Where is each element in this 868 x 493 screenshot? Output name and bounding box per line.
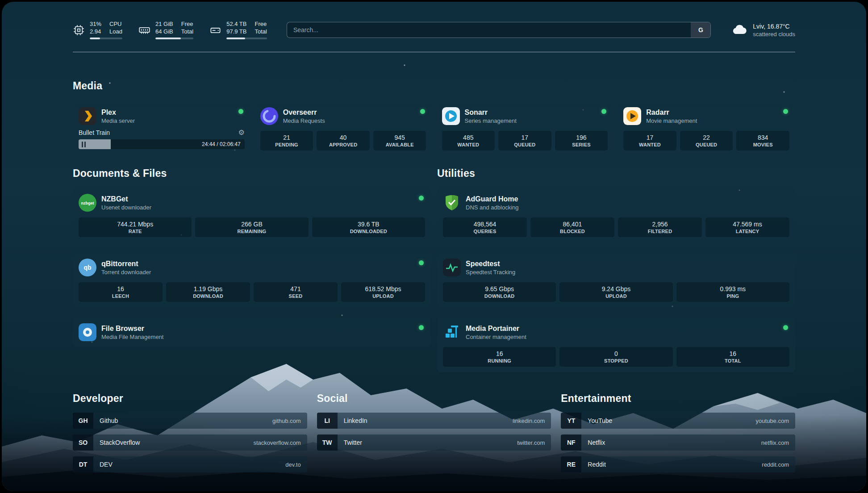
radarr-icon bbox=[623, 107, 641, 125]
service-name: Media Portainer bbox=[466, 325, 526, 333]
service-titles: Media Portainer Container management bbox=[466, 325, 526, 340]
service-titles: File Browser Media File Management bbox=[101, 325, 163, 340]
bookmark-domain: twitter.com bbox=[517, 439, 545, 446]
service-stats: 498,564 QUERIES 86,401 BLOCKED 2,956 FIL… bbox=[443, 217, 789, 237]
weather-text: Lviv, 16.87°C scattered clouds bbox=[753, 23, 795, 38]
service-card-plex[interactable]: Plex Media server Bullet Train ⚙ 24:44 /… bbox=[73, 102, 250, 156]
pause-icon[interactable] bbox=[82, 142, 86, 147]
bookmark-domain: linkedin.com bbox=[513, 418, 545, 424]
media-cards: Plex Media server Bullet Train ⚙ 24:44 /… bbox=[73, 102, 795, 156]
memory-progress-bar bbox=[155, 38, 193, 39]
service-card-nzbget[interactable]: nzbget NZBGet Usenet downloader 744.21 M… bbox=[73, 188, 431, 242]
bookmark-domain: reddit.com bbox=[762, 461, 789, 468]
bookmark-name: YouTube bbox=[588, 417, 755, 424]
service-name: Speedtest bbox=[466, 260, 515, 268]
service-description: Container management bbox=[466, 334, 526, 340]
disk-widget: 52.4 TB 97.9 TB Free Total bbox=[209, 21, 267, 40]
status-dot bbox=[783, 325, 788, 330]
nzbget-icon: nzbget bbox=[79, 194, 96, 212]
service-titles: Radarr Movie management bbox=[646, 109, 697, 124]
bookmark-linkedin[interactable]: LI LinkedIn linkedin.com bbox=[317, 413, 551, 429]
search-provider-button[interactable]: G bbox=[691, 22, 710, 38]
service-header: AdGuard Home DNS and adblocking bbox=[443, 194, 789, 212]
service-description: Torrent downloader bbox=[101, 269, 151, 276]
stat-download: 9.65 Gbps DOWNLOAD bbox=[443, 282, 556, 302]
search-input[interactable] bbox=[287, 22, 691, 38]
service-card-portainer[interactable]: Media Portainer Container management 16 … bbox=[437, 318, 795, 372]
service-card-overseerr[interactable]: Overseerr Media Requests 21 PENDING 40 A… bbox=[255, 102, 432, 156]
stat-pending: 21 PENDING bbox=[260, 131, 313, 150]
stat-latency: 47.569 ms LATENCY bbox=[705, 217, 789, 237]
service-name: Sonarr bbox=[465, 109, 517, 117]
service-name: Radarr bbox=[646, 109, 697, 117]
memory-values: 21 GiB 64 GiB bbox=[155, 21, 173, 36]
bookmark-sections: Developer GH Github github.com SO StackO… bbox=[73, 393, 795, 472]
section-title-entertainment: Entertainment bbox=[561, 393, 795, 405]
service-header: Plex Media server bbox=[79, 107, 245, 125]
bookmark-domain: stackoverflow.com bbox=[253, 439, 300, 446]
bookmark-domain: github.com bbox=[272, 418, 301, 424]
stat-movies: 834 MOVIES bbox=[736, 131, 789, 150]
status-dot bbox=[783, 109, 788, 114]
bookmark-youtube[interactable]: YT YouTube youtube.com bbox=[561, 413, 795, 429]
bookmark-netflix[interactable]: NF Netflix netflix.com bbox=[561, 435, 795, 451]
bookmark-stackoverflow[interactable]: SO StackOverflow stackoverflow.com bbox=[73, 435, 307, 451]
playback-progress-bar[interactable]: 24:44 / 02:06:47 bbox=[79, 139, 245, 149]
stat-download: 1.19 Gbps DOWNLOAD bbox=[166, 282, 250, 302]
svg-text:qb: qb bbox=[83, 264, 91, 271]
bookmark-domain: netflix.com bbox=[761, 439, 789, 446]
service-header: Media Portainer Container management bbox=[443, 323, 789, 341]
search-bar: G bbox=[287, 22, 711, 38]
header-divider bbox=[73, 52, 795, 52]
bookmark-dev[interactable]: DT DEV dev.to bbox=[73, 456, 307, 472]
bookmarks-developer: Developer GH Github github.com SO StackO… bbox=[73, 393, 307, 472]
bookmark-github[interactable]: GH Github github.com bbox=[73, 413, 307, 429]
bookmark-abbr: YT bbox=[561, 413, 581, 429]
service-stats: 16 LEECH 1.19 Gbps DOWNLOAD 471 SEED bbox=[79, 282, 425, 302]
service-card-sonarr[interactable]: Sonarr Series management 485 WANTED 17 Q… bbox=[436, 102, 614, 156]
dashboard-page: 31% 2.94 CPU Load bbox=[2, 2, 866, 491]
service-stats: 17 WANTED 22 QUEUED 834 MOVIES bbox=[623, 131, 789, 150]
bookmark-domain: dev.to bbox=[285, 461, 300, 468]
service-description: DNS and adblocking bbox=[466, 204, 519, 211]
service-card-filebrowser[interactable]: File Browser Media File Management bbox=[73, 318, 431, 347]
now-playing-title: Bullet Train bbox=[79, 129, 238, 136]
sonarr-icon bbox=[442, 107, 460, 125]
memory-progress-fill bbox=[155, 38, 181, 39]
service-titles: qBittorrent Torrent downloader bbox=[101, 260, 151, 276]
service-header: nzbget NZBGet Usenet downloader bbox=[79, 194, 425, 212]
bookmark-abbr: DT bbox=[73, 456, 93, 472]
stat-ping: 0.993 ms PING bbox=[676, 282, 789, 302]
filebrowser-icon bbox=[79, 323, 96, 341]
stat-queued: 22 QUEUED bbox=[680, 131, 733, 150]
two-column-sections: Documents & Files nzbget NZBGet Usenet d… bbox=[73, 167, 795, 372]
service-card-qbittorrent[interactable]: qb qBittorrent Torrent downloader 16 LEE… bbox=[73, 253, 431, 307]
bookmark-name: Netflix bbox=[588, 439, 761, 446]
service-card-adguard[interactable]: AdGuard Home DNS and adblocking 498,564 … bbox=[437, 188, 795, 242]
bookmark-domain: youtube.com bbox=[756, 418, 789, 424]
status-dot bbox=[419, 196, 424, 201]
stat-leech: 16 LEECH bbox=[79, 282, 163, 302]
bookmark-reddit[interactable]: RE Reddit reddit.com bbox=[561, 456, 795, 472]
playback-time: 24:44 / 02:06:47 bbox=[202, 141, 241, 147]
bookmark-name: Github bbox=[100, 417, 272, 424]
stat-queries: 498,564 QUERIES bbox=[443, 217, 527, 237]
status-dot bbox=[420, 109, 425, 114]
stat-approved: 40 APPROVED bbox=[317, 131, 370, 150]
bookmarks-entertainment: Entertainment YT YouTube youtube.com NF … bbox=[561, 393, 795, 472]
service-card-radarr[interactable]: Radarr Movie management 17 WANTED 22 QUE… bbox=[618, 102, 795, 156]
disk-values: 52.4 TB 97.9 TB bbox=[226, 21, 246, 36]
speedtest-icon bbox=[443, 259, 461, 276]
service-card-speedtest[interactable]: Speedtest Speedtest Tracking 9.65 Gbps D… bbox=[437, 253, 795, 307]
plex-icon bbox=[79, 107, 96, 125]
service-titles: NZBGet Usenet downloader bbox=[101, 195, 151, 211]
bookmark-twitter[interactable]: TW Twitter twitter.com bbox=[317, 435, 551, 451]
overseerr-icon bbox=[260, 107, 278, 125]
stat-available: 945 AVAILABLE bbox=[373, 131, 426, 150]
service-header: Radarr Movie management bbox=[623, 107, 789, 125]
stat-wanted: 485 WANTED bbox=[442, 131, 495, 150]
service-header: qb qBittorrent Torrent downloader bbox=[79, 259, 425, 276]
settings-icon[interactable]: ⚙ bbox=[238, 129, 244, 136]
cpu-progress-bar bbox=[90, 38, 122, 39]
section-title-utilities: Utilities bbox=[437, 167, 795, 180]
